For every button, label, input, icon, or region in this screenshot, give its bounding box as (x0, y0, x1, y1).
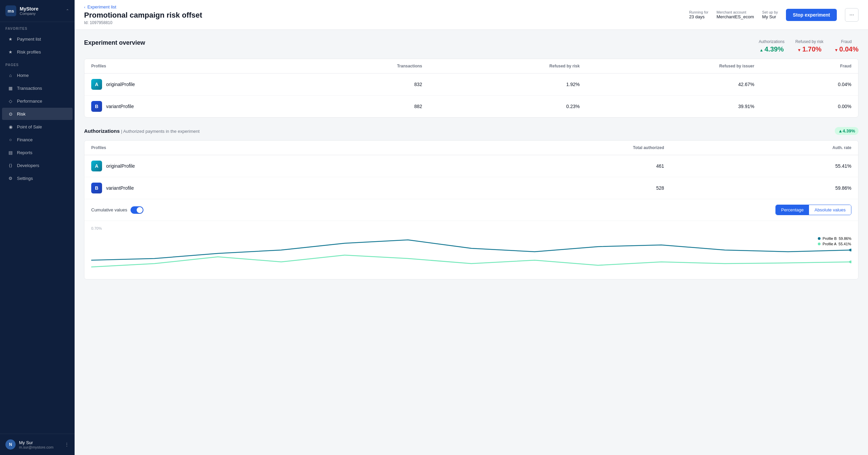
overview-table-card: Profiles Transactions Refused by risk Re… (84, 59, 859, 118)
user-info: N My Sur m.sur@mystore.com (5, 439, 54, 450)
cumulative-toggle[interactable] (131, 206, 143, 214)
legend-label-a: Profile A (823, 242, 836, 246)
setup-value: My Sur (762, 14, 778, 19)
auth-table: Profiles Total authorized Auth. rate A o… (84, 141, 858, 199)
sidebar-item-label: Reports (17, 150, 33, 155)
col-total-auth: Total authorized (414, 141, 671, 155)
profile-cell: A originalProfile (84, 74, 290, 96)
fraud-value: 0.04% (834, 45, 859, 53)
stop-experiment-button[interactable]: Stop experiment (786, 9, 837, 21)
finance-icon: ○ (7, 137, 14, 143)
breadcrumb[interactable]: ‹ Experiment list (84, 4, 202, 9)
profile-cell: B variantProfile (84, 96, 290, 118)
merchant-value: MerchantES_ecom (716, 14, 754, 19)
merchant-account-meta: Merchant account MerchantES_ecom (716, 10, 754, 19)
fraud-metric: Fraud 0.04% (834, 39, 859, 53)
sidebar-item-risk-profiles[interactable]: ★ Risk profiles (2, 46, 73, 58)
legend-profile-a: Profile A 55.41% (818, 242, 851, 246)
refused-metric: Refused by risk 1.70% (795, 39, 824, 53)
user-email: m.sur@mystore.com (19, 445, 54, 449)
page-subtitle: Id: 1097958810 (84, 20, 202, 25)
table-row: B variantProfile 882 0.23% 39.91% 0.00% (84, 96, 858, 118)
auth-table-body: A originalProfile 461 55.41% B (84, 155, 858, 199)
logo-text: MyStore Company (20, 6, 38, 16)
sidebar-footer: N My Sur m.sur@mystore.com ⋮ (0, 434, 75, 455)
toggle-knob (137, 207, 143, 213)
pages-label: PAGES (0, 58, 75, 69)
sidebar-item-point-of-sale[interactable]: ◉ Point of Sale (2, 121, 73, 133)
legend-dot-a (818, 243, 821, 245)
star-icon: ★ (7, 49, 14, 55)
profile-badge-a: A (91, 161, 102, 171)
overview-header: Experiment overview Authorizations 4.39%… (84, 39, 859, 53)
content-area: Experiment overview Authorizations 4.39%… (75, 30, 868, 455)
merchant-label: Merchant account (716, 10, 754, 14)
profile-cell-inner: A originalProfile (91, 79, 283, 90)
user-details: My Sur m.sur@mystore.com (19, 440, 54, 449)
col-fraud: Fraud (761, 59, 858, 74)
sidebar-chevron-icon[interactable]: ⌃ (66, 8, 69, 13)
star-icon: ★ (7, 36, 14, 42)
sidebar-item-payment-list[interactable]: ★ Payment list (2, 33, 73, 45)
sidebar-item-settings[interactable]: ⚙ Settings (2, 172, 73, 184)
sidebar-item-performance[interactable]: ◇ Performance (2, 95, 73, 107)
sidebar-item-reports[interactable]: ▤ Reports (2, 146, 73, 159)
col-profiles: Profiles (84, 141, 414, 155)
up-arrow-icon (760, 45, 764, 53)
profile-badge-a: A (91, 79, 102, 90)
running-for-value: 23 days (689, 14, 708, 19)
sidebar-item-label: Risk profiles (17, 49, 41, 55)
sidebar-item-finance[interactable]: ○ Finance (2, 133, 73, 146)
favorites-label: FAVORITES (0, 22, 75, 33)
risk-icon: ⊙ (7, 111, 14, 117)
user-menu-button[interactable]: ⋮ (64, 442, 69, 447)
authorizations-value: 4.39% (760, 45, 784, 53)
breadcrumb-chevron-icon: ‹ (84, 5, 85, 9)
sidebar-item-label: Finance (17, 137, 33, 142)
controls-row: Cumulative values Percentage Absolute va… (84, 199, 858, 221)
auth-table-head: Profiles Total authorized Auth. rate (84, 141, 858, 155)
view-toggle-group: Percentage Absolute values (775, 205, 851, 215)
sidebar-item-transactions[interactable]: ▦ Transactions (2, 82, 73, 94)
fraud-cell: 0.04% (761, 74, 858, 96)
auth-title: Authorizations (84, 128, 120, 134)
overview-title: Experiment overview (84, 39, 145, 46)
sidebar-item-developers[interactable]: ⟨⟩ Developers (2, 159, 73, 171)
store-name: MyStore (20, 6, 38, 12)
legend-dot-b (818, 237, 821, 240)
refused-issuer-cell: 39.91% (587, 96, 761, 118)
col-transactions: Transactions (290, 59, 429, 74)
fraud-label: Fraud (841, 39, 852, 44)
auth-table-card: Profiles Total authorized Auth. rate A o… (84, 140, 859, 280)
topbar-right: Running for 23 days Merchant account Mer… (689, 8, 859, 22)
sidebar-item-risk[interactable]: ⊙ Risk (2, 108, 73, 120)
profile-name: variantProfile (106, 185, 134, 191)
percentage-button[interactable]: Percentage (776, 205, 809, 215)
sidebar-item-label: Risk (17, 111, 25, 117)
legend-profile-b: Profile B 59.86% (818, 236, 851, 241)
sidebar-item-home[interactable]: ⌂ Home (2, 69, 73, 81)
avatar: N (5, 439, 16, 450)
auth-rate-chart (91, 233, 851, 274)
transactions-cell: 832 (290, 74, 429, 96)
auth-rate-cell: 59.86% (671, 177, 858, 199)
overview-table-header-row: Profiles Transactions Refused by risk Re… (84, 59, 858, 74)
more-options-button[interactable]: ··· (845, 8, 859, 22)
auth-rate-cell: 55.41% (671, 155, 858, 177)
store-company: Company (20, 12, 38, 16)
chart-y-label: 0.70% (91, 226, 851, 230)
sidebar-item-label: Payment list (17, 37, 41, 42)
total-auth-cell: 461 (414, 155, 671, 177)
table-row: A originalProfile 461 55.41% (84, 155, 858, 177)
sidebar-item-label: Settings (17, 176, 33, 181)
col-auth-rate: Auth. rate (671, 141, 858, 155)
absolute-values-button[interactable]: Absolute values (809, 205, 851, 215)
col-refused-by-issuer: Refused by issuer (587, 59, 761, 74)
sidebar-item-label: Point of Sale (17, 124, 42, 129)
total-auth-cell: 528 (414, 177, 671, 199)
auth-header: Authorizations | Authorized payments in … (84, 127, 859, 135)
user-name: My Sur (19, 440, 54, 445)
performance-icon: ◇ (7, 98, 14, 104)
overview-table-body: A originalProfile 832 1.92% 42.67% 0.04%… (84, 74, 858, 118)
sidebar-logo: ms MyStore Company (5, 5, 38, 16)
